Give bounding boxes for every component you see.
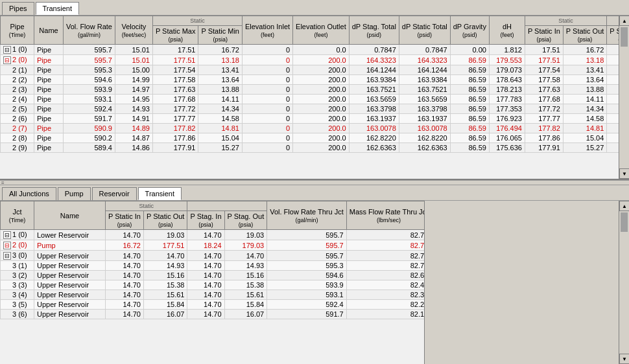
pipe-pstatic-out: 13.64: [563, 75, 607, 85]
pipes-table-scroll[interactable]: Pipe(Time) Name Vol. Flow Rate(gal/min) …: [0, 16, 619, 179]
th-pstag-in[interactable]: P Stag. In(psia): [607, 26, 619, 45]
pipe-name: Pipe: [34, 143, 64, 153]
th-name[interactable]: Name: [34, 16, 64, 45]
panel-divider[interactable]: ≡: [0, 180, 629, 185]
jct-volflow: 594.6: [267, 271, 347, 280]
jct-scroll-thumb[interactable]: [621, 212, 628, 232]
jct-name: Upper Reservoir: [34, 310, 106, 319]
th-jct-pstatic-out[interactable]: P Static Out(psia): [143, 211, 187, 230]
th-jct-pstag-in[interactable]: P Stag. In(psia): [187, 211, 224, 230]
row-expander[interactable]: ⊟: [3, 231, 11, 239]
tab-pipes[interactable]: Pipes: [2, 2, 34, 15]
main-container: Pipes Transient Pipe(Time) Name Vol. Flo…: [0, 0, 629, 364]
pipe-id: ⊟1 (0): [1, 45, 34, 55]
pipes-scrollbar[interactable]: ▲ ▼: [619, 16, 629, 179]
jct-pstag-in: 14.70: [187, 271, 224, 280]
th-pipe[interactable]: Pipe(Time): [1, 16, 34, 45]
pipe-dpgravity: 86.59: [450, 85, 489, 95]
pipe-dh: 179.553: [489, 55, 525, 65]
pipe-velocity: 15.01: [115, 55, 152, 65]
row-expander[interactable]: ⊟: [3, 252, 11, 260]
th-jct-massflow[interactable]: Mass Flow Rate Thru Jct(lbm/sec): [346, 201, 424, 230]
th-pstatic-min[interactable]: P Static Min(psia): [198, 26, 243, 45]
tab-reservoir[interactable]: Reservoir: [92, 187, 137, 200]
jct-volflow: 595.3: [267, 261, 347, 271]
jct-pstag-out: 19.03: [224, 230, 267, 240]
tab-all-junctions[interactable]: All Junctions: [2, 187, 56, 200]
th-elev-out[interactable]: Elevation Outlet(feet): [293, 16, 350, 45]
pipe-velocity: 14.91: [115, 114, 152, 124]
th-dpstatic[interactable]: dP Static Total(psid): [399, 16, 450, 45]
pipe-pstatic-max: 177.58: [152, 75, 198, 85]
th-dpstag[interactable]: dP Stag. Total(psid): [349, 16, 399, 45]
scroll-up-btn[interactable]: ▲: [619, 16, 629, 26]
row-expander[interactable]: ⊟: [3, 46, 11, 54]
jct-massflow: 82.60: [346, 271, 424, 280]
pipe-dpstatic: 163.9384: [399, 75, 450, 85]
tab-transient-top[interactable]: Transient: [36, 2, 79, 15]
jct-name: Pump: [34, 240, 106, 251]
pipe-elev-out: 200.0: [293, 104, 350, 114]
pipe-pstatic-max: 177.86: [152, 133, 198, 143]
pipe-pstatic-min: 13.41: [198, 65, 243, 75]
jct-pstag-in: 14.70: [187, 261, 224, 271]
jct-pstatic-in: 14.70: [106, 300, 144, 310]
row-expander[interactable]: ⊟: [3, 56, 11, 64]
th-volflow[interactable]: Vol. Flow Rate(gal/min): [64, 16, 115, 45]
pipe-pstatic-out: 14.34: [563, 104, 607, 114]
th-jct-pstag-out[interactable]: P Stag. Out(psia): [224, 211, 267, 230]
pipe-elev-in: 0: [242, 143, 292, 153]
pipe-pstatic-min: 13.64: [198, 75, 243, 85]
jct-scroll-down-btn[interactable]: ▼: [619, 354, 629, 364]
pipe-pstatic-min: 13.18: [198, 55, 243, 65]
pipe-pstatic-out: 14.11: [563, 95, 607, 104]
pipe-dpstatic: 163.0078: [399, 124, 450, 133]
th-velocity[interactable]: Velocity(feet/sec): [115, 16, 152, 45]
scroll-track[interactable]: [619, 26, 629, 168]
jct-scrollbar[interactable]: ▲ ▼: [619, 201, 629, 364]
th-pstatic-out[interactable]: P Static Out(psia): [563, 26, 607, 45]
jct-scroll-up-btn[interactable]: ▲: [619, 201, 629, 211]
scroll-down-btn[interactable]: ▼: [619, 168, 629, 179]
pipe-dpstatic: 0.7847: [399, 45, 450, 55]
th-dh[interactable]: dH(feet): [489, 16, 525, 45]
row-expander[interactable]: ⊟: [3, 242, 11, 249]
jct-massflow: 82.19: [346, 310, 424, 319]
jct-pstag-in: 14.70: [187, 230, 224, 240]
scroll-thumb[interactable]: [621, 27, 628, 47]
th-jct-pstag-group: [187, 201, 267, 211]
jct-id: 3 (5): [1, 300, 34, 310]
th-jct-pstatic-in[interactable]: P Static In(psia): [106, 211, 144, 230]
th-jct-name[interactable]: Name: [34, 201, 106, 230]
pipe-id: 2 (3): [1, 85, 34, 95]
pipe-id: 2 (4): [1, 95, 34, 104]
th-elev-in[interactable]: Elevation Inlet(feet): [242, 16, 292, 45]
th-jct-volflow[interactable]: Vol. Flow Rate Thru Jct(gal/min): [267, 201, 347, 230]
pipe-dpgravity: 86.59: [450, 55, 489, 65]
pipe-pstatic-in: 177.58: [525, 75, 563, 85]
pipe-id: ⊟2 (0): [1, 55, 34, 65]
pipe-dpgravity: 86.59: [450, 143, 489, 153]
pipe-name: Pipe: [34, 133, 64, 143]
right-empty-panel: [424, 201, 619, 364]
pipe-pstatic-min: 14.81: [198, 124, 243, 133]
th-dpgravity[interactable]: dP Gravity(psid): [450, 16, 489, 45]
pipe-pstatic-in: 177.63: [525, 85, 563, 95]
tab-pump[interactable]: Pump: [58, 187, 91, 200]
jct-scroll-track[interactable]: [619, 211, 629, 354]
tab-transient-bottom[interactable]: Transient: [138, 187, 182, 200]
jct-pstag-out: 15.84: [224, 300, 267, 310]
th-jct[interactable]: Jct(Time): [1, 201, 34, 230]
junctions-table-scroll[interactable]: Jct(Time) Name Static Vol. Flow Rate Thr…: [0, 201, 424, 364]
pipe-elev-in: 0: [242, 45, 292, 55]
th-pstatic-max[interactable]: P Static Max(psia): [152, 26, 198, 45]
jct-pstag-out: 179.03: [224, 240, 267, 251]
jct-name: Upper Reservoir: [34, 251, 106, 261]
pipe-elev-out: 200.0: [293, 95, 350, 104]
pipe-velocity: 14.99: [115, 75, 152, 85]
jct-massflow: 82.29: [346, 300, 424, 310]
jct-volflow: 595.7: [267, 230, 347, 240]
pipe-name: Pipe: [34, 124, 64, 133]
th-pstatic-in[interactable]: P Static In(psia): [525, 26, 563, 45]
pipe-velocity: 15.01: [115, 45, 152, 55]
